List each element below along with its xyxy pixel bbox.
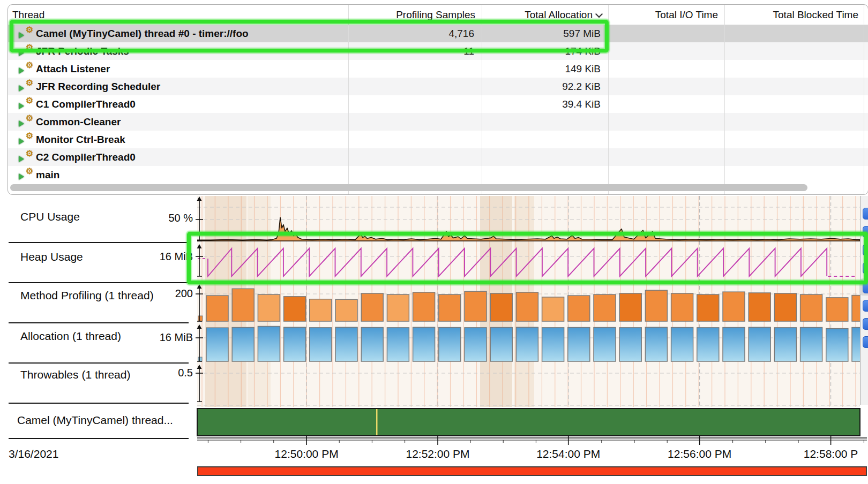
allocation-bar[interactable] (465, 328, 487, 361)
lane-label: Method Profiling (1 thread) (20, 289, 154, 302)
method-profiling-bar[interactable] (258, 294, 280, 321)
method-profiling-bar[interactable] (361, 293, 383, 321)
allocation-bar[interactable] (232, 328, 254, 361)
lane-row: Heap Usage16 MiB (9, 244, 189, 283)
allocation-bar[interactable] (206, 328, 228, 361)
lane-label: Heap Usage (20, 251, 83, 263)
allocation-bar[interactable] (387, 328, 409, 361)
allocation-bar[interactable] (335, 327, 357, 361)
method-profiling-bar[interactable] (439, 294, 461, 321)
method-profiling-bar[interactable] (206, 296, 228, 321)
allocation-bar[interactable] (439, 328, 461, 361)
allocation-bar[interactable] (284, 327, 306, 361)
table-horizontal-scrollbar[interactable] (10, 184, 807, 191)
method-profiling-bar[interactable] (671, 293, 693, 321)
lane-axis-value: 0.5 (178, 367, 193, 379)
method-profiling-bar[interactable] (310, 299, 332, 321)
method-profiling-bar[interactable] (335, 299, 357, 321)
column-divider (348, 5, 349, 194)
method-profiling-bar[interactable] (800, 294, 822, 321)
panel-button-6[interactable] (863, 300, 868, 312)
allocation-bar[interactable] (310, 328, 332, 361)
profiler-window: ThreadProfiling SamplesTotal AllocationT… (0, 0, 868, 484)
allocation-bar[interactable] (697, 328, 719, 361)
method-profiling-bar[interactable] (826, 298, 848, 321)
time-tick-label: 12:52:00 PM (379, 448, 497, 460)
lane-row: CPU Usage50 % (9, 197, 189, 243)
allocation-bar[interactable] (671, 328, 693, 361)
allocation-bar[interactable] (413, 327, 435, 361)
panel-button-3[interactable] (863, 244, 868, 256)
allocation-bar[interactable] (258, 327, 280, 361)
method-profiling-bar[interactable] (465, 291, 487, 321)
column-header-thread[interactable]: Thread (12, 5, 345, 25)
allocation-bar[interactable] (619, 328, 641, 361)
method-profiling-bar[interactable] (516, 292, 538, 321)
lane-label: Throwables (1 thread) (20, 368, 130, 381)
panel-button-7[interactable] (863, 318, 868, 330)
timeline-range-scrollbar[interactable] (198, 467, 866, 475)
method-profiling-bar[interactable] (645, 290, 667, 321)
time-tick-label: 12:56:00 PM (641, 448, 759, 460)
method-profiling-bar[interactable] (542, 297, 564, 321)
allocation-stub (198, 357, 202, 361)
allocation-bar[interactable] (749, 327, 770, 361)
lane-axis-value: 16 MiB (160, 251, 193, 263)
panel-button-4[interactable] (863, 262, 868, 274)
method-profiling-bar[interactable] (284, 297, 306, 321)
allocation-bar[interactable] (568, 328, 590, 361)
panel-button-2[interactable] (863, 226, 868, 238)
allocation-bar[interactable] (542, 328, 564, 361)
panel-button-1[interactable] (863, 208, 868, 220)
lane-label: Camel (MyTinyCamel) thread... (17, 414, 173, 427)
time-tick-label: 12:54:00 PM (510, 448, 627, 460)
method-profiling-bar[interactable] (232, 289, 254, 321)
time-tick-label: 12:58:00 P (772, 448, 868, 460)
method-profiling-bar[interactable] (697, 294, 719, 321)
lane-row: Throwables (1 thread)0.5 (9, 364, 189, 404)
method-profiling-bar[interactable] (568, 296, 590, 321)
method-profiling-bar[interactable] (413, 292, 435, 321)
method-profiling-bar[interactable] (490, 293, 512, 321)
allocation-bar[interactable] (361, 328, 383, 361)
column-header-total-allocation[interactable]: Total Allocation (482, 5, 608, 25)
thread-activity-bar[interactable] (197, 409, 860, 436)
lane-row: Camel (MyTinyCamel) thread... (9, 404, 189, 439)
column-divider (864, 5, 864, 194)
allocation-bar[interactable] (723, 328, 745, 361)
date-label: 3/16/2021 (9, 448, 58, 460)
column-header-total-blocked-time[interactable]: Total Blocked Time (724, 5, 865, 25)
column-header-profiling-samples[interactable]: Profiling Samples (353, 5, 482, 25)
allocation-bar[interactable] (645, 327, 667, 361)
allocation-bar[interactable] (800, 328, 822, 361)
method-profiling-bar[interactable] (749, 293, 770, 321)
lane-axis-value: 200 (175, 288, 193, 300)
method-profiling-bar[interactable] (774, 293, 796, 321)
lane-label: CPU Usage (20, 210, 80, 223)
method-profiling-bar[interactable] (723, 292, 745, 321)
sort-desc-icon (595, 10, 603, 18)
lane-row: Method Profiling (1 thread)200 (9, 284, 189, 323)
method-profiling-bar[interactable] (594, 294, 616, 321)
method-profiling-bar[interactable] (387, 294, 409, 321)
allocation-bar[interactable] (490, 328, 512, 361)
allocation-bar[interactable] (826, 329, 848, 361)
allocation-bar[interactable] (774, 328, 796, 361)
panel-button-5[interactable] (863, 282, 868, 293)
method-profiling-bar[interactable] (619, 293, 641, 321)
lane-row: Allocation (1 thread)16 MiB (9, 324, 189, 364)
lane-axis-value: 16 MiB (160, 331, 193, 344)
column-divider (608, 5, 609, 194)
column-divider (482, 5, 482, 194)
time-tick-label: 12:50:00 PM (248, 448, 365, 460)
lane-axis-value: 50 % (168, 212, 193, 224)
event-marker (376, 409, 378, 435)
column-divider (724, 5, 725, 194)
lane-label: Allocation (1 thread) (20, 330, 121, 343)
column-header-total-i-o-time[interactable]: Total I/O Time (608, 5, 724, 25)
allocation-bar[interactable] (516, 327, 538, 361)
allocation-bar[interactable] (594, 328, 616, 361)
panel-button-8[interactable] (863, 336, 868, 348)
